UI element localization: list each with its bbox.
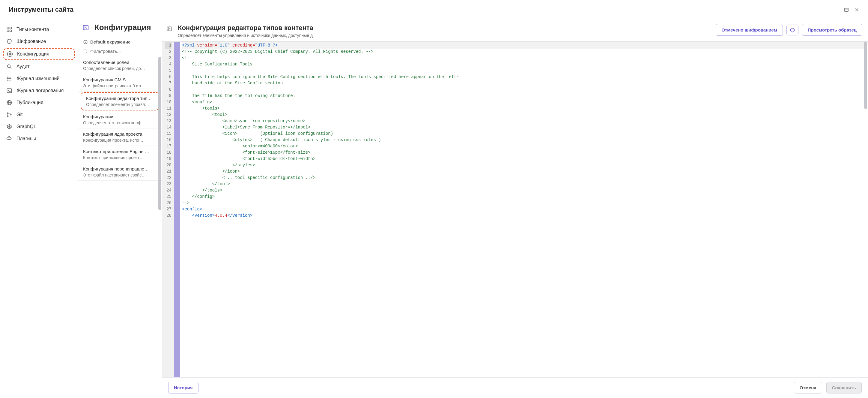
- main-heading: Конфигурация: [94, 23, 151, 32]
- sidebar-item-label: Журнал изменений: [17, 76, 59, 81]
- sidebar-item-globe[interactable]: Публикация: [0, 97, 78, 109]
- sidebar-item-puzzle[interactable]: Плагины: [0, 133, 78, 145]
- svg-line-10: [10, 67, 11, 69]
- config-list-item[interactable]: Конфигурация редактора тип…Определяет эл…: [81, 92, 159, 110]
- svg-point-8: [9, 53, 11, 55]
- window-maximize-icon[interactable]: [844, 7, 849, 12]
- sidebar-item-list[interactable]: Журнал изменений: [0, 73, 78, 85]
- sidebar-item-label: Git: [17, 112, 23, 117]
- cancel-button[interactable]: Отмена: [794, 382, 822, 394]
- puzzle-icon: [6, 136, 12, 142]
- config-list-item[interactable]: КонфигурацииОпределяет этот список конф…: [78, 111, 162, 129]
- search-icon: [6, 64, 12, 69]
- list-item-title: Конфигурации: [83, 114, 157, 119]
- marked-encrypted-button[interactable]: Отмечено шифрованием: [716, 24, 783, 36]
- sidebar-item-label: Плагины: [17, 136, 36, 141]
- graphql-icon: [6, 124, 12, 130]
- detail-subtitle: Определяет элементы управления и источни…: [178, 33, 710, 38]
- svg-point-34: [84, 50, 86, 52]
- info-icon: [83, 39, 88, 45]
- svg-point-39: [792, 31, 793, 31]
- list-item-desc: Определяет элементы управл…: [86, 102, 154, 107]
- view-sample-button[interactable]: Просмотреть образец: [802, 24, 862, 36]
- svg-rect-4: [7, 27, 9, 29]
- list-item-title: Сопоставление ролей: [83, 60, 157, 65]
- config-list-item[interactable]: Контекст приложения Engine …Контекст при…: [78, 146, 162, 163]
- svg-rect-0: [845, 8, 848, 12]
- sidebar-item-shield[interactable]: Шифрование: [0, 35, 78, 48]
- list-item-desc: Эти файлы настраивают 0 ил…: [83, 83, 157, 88]
- help-button[interactable]: [786, 25, 799, 35]
- editor-scrollbar[interactable]: [864, 42, 867, 109]
- gear-icon: [7, 51, 13, 57]
- list-item-desc: Контекст приложения проект…: [83, 155, 157, 160]
- svg-point-22: [7, 113, 8, 113]
- page-title: Инструменты сайта: [9, 6, 73, 13]
- fold-gutter[interactable]: [174, 42, 180, 377]
- svg-point-23: [7, 116, 8, 116]
- sidebar-item-search[interactable]: Аудит: [0, 61, 78, 73]
- search-icon: [83, 49, 88, 54]
- environment-label: Default окружение: [90, 39, 131, 45]
- config-list-item[interactable]: Сопоставление ролейОпределяет список рол…: [78, 57, 162, 74]
- svg-line-35: [86, 52, 87, 53]
- list-item-desc: Определяет список ролей, до…: [83, 66, 157, 71]
- list-item-desc: Конфигурация проекта, испо…: [83, 138, 157, 143]
- sidebar-item-label: Аудит: [17, 64, 30, 69]
- sidebar-item-graphql[interactable]: GraphQL: [0, 121, 78, 133]
- svg-rect-6: [7, 30, 9, 32]
- sidebar-item-label: Публикация: [17, 100, 43, 105]
- filter-input[interactable]: [90, 49, 157, 54]
- svg-point-16: [7, 80, 8, 80]
- globe-icon: [6, 100, 12, 106]
- config-list-item[interactable]: Конфигурация ядра проектаКонфигурация пр…: [78, 129, 162, 146]
- sidebar-item-label: Типы контента: [17, 27, 49, 32]
- sidebar-item-grid[interactable]: Типы контента: [0, 23, 78, 35]
- sidebar-item-git[interactable]: Git: [0, 109, 78, 121]
- history-button[interactable]: История: [168, 382, 198, 394]
- sidebar-item-label: Журнал логирования: [17, 88, 64, 93]
- config-list-item[interactable]: Конфигурация перенаправле…Этот файл наст…: [78, 163, 162, 181]
- sidebar-item-label: GraphQL: [17, 124, 36, 130]
- sidebar-item-terminal[interactable]: Журнал логирования: [0, 85, 78, 97]
- svg-rect-7: [10, 30, 12, 32]
- save-button: Сохранить: [826, 382, 862, 394]
- list-item-title: Конфигурация перенаправле…: [83, 166, 157, 171]
- list-icon: [6, 76, 12, 82]
- collapse-detail-icon[interactable]: [166, 26, 173, 32]
- svg-rect-5: [10, 27, 12, 29]
- list-item-title: Контекст приложения Engine …: [83, 149, 157, 154]
- sidebar-item-gear[interactable]: Конфигурация: [3, 48, 75, 60]
- svg-point-33: [85, 41, 86, 41]
- close-icon[interactable]: [855, 7, 859, 12]
- scrollbar[interactable]: [158, 57, 161, 210]
- grid-icon: [6, 26, 12, 32]
- list-item-desc: Определяет этот список конф…: [83, 120, 157, 125]
- list-item-title: Конфигурация ядра проекта: [83, 132, 157, 137]
- svg-point-9: [7, 64, 10, 67]
- list-item-title: Конфигурация CMIS: [83, 77, 157, 82]
- svg-point-15: [7, 78, 8, 79]
- code-editor[interactable]: 1234567891011121314151617181920212223242…: [162, 41, 868, 377]
- shield-icon: [6, 38, 12, 45]
- list-item-title: Конфигурация редактора тип…: [86, 96, 154, 101]
- sidebar-item-label: Конфигурация: [17, 51, 49, 57]
- terminal-icon: [6, 88, 12, 94]
- git-icon: [6, 112, 12, 118]
- sidebar-item-label: Шифрование: [17, 39, 46, 44]
- detail-title: Конфигурация редактора типов контента: [178, 24, 710, 32]
- config-list-item[interactable]: Конфигурация CMISЭти файлы настраивают 0…: [78, 74, 162, 91]
- svg-rect-17: [7, 89, 12, 92]
- sidebar-nav: Типы контентаШифрованиеКонфигурацияАудит…: [0, 19, 78, 398]
- svg-point-24: [10, 114, 11, 115]
- svg-point-14: [7, 77, 8, 78]
- config-list[interactable]: Сопоставление ролейОпределяет список рол…: [78, 57, 162, 398]
- collapse-panel-icon[interactable]: [83, 24, 89, 31]
- list-item-desc: Этот файл настраивает свойс…: [83, 173, 157, 177]
